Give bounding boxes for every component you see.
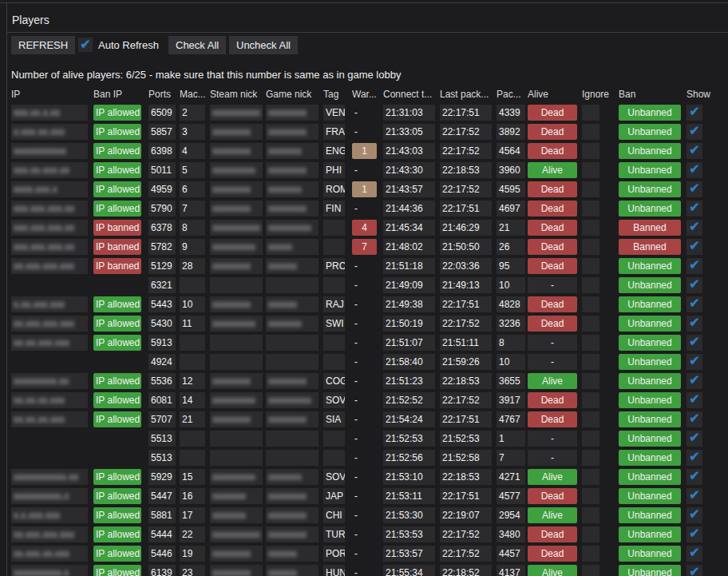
ban-button[interactable]: Unbanned (619, 373, 681, 389)
ignore-checkbox[interactable] (582, 354, 599, 370)
ban-button[interactable]: Unbanned (619, 488, 681, 504)
show-checkbox[interactable]: ✔ (686, 277, 702, 293)
ban-button[interactable]: Unbanned (619, 296, 681, 312)
show-checkbox[interactable]: ✔ (686, 201, 702, 216)
ignore-checkbox[interactable] (582, 565, 599, 576)
show-checkbox[interactable]: ✔ (686, 143, 702, 159)
ban-ip-button[interactable]: IP allowed (93, 335, 141, 351)
ban-button[interactable]: Unbanned (619, 431, 681, 447)
ban-button[interactable]: Unbanned (619, 277, 681, 293)
ignore-checkbox[interactable] (582, 124, 599, 140)
ban-ip-button[interactable]: IP banned (93, 239, 141, 255)
ban-button[interactable]: Unbanned (619, 450, 681, 466)
check-all-button[interactable]: Check All (168, 36, 226, 54)
ban-ip-button[interactable]: IP banned (93, 258, 141, 274)
ignore-checkbox[interactable] (582, 507, 599, 523)
ignore-checkbox[interactable] (582, 105, 599, 121)
ban-ip-button[interactable]: IP allowed (93, 526, 141, 542)
auto-refresh-checkbox[interactable]: ✔ (78, 38, 93, 52)
ban-ip-button[interactable]: IP allowed (93, 316, 141, 332)
ban-button[interactable]: Unbanned (619, 143, 681, 159)
ignore-checkbox[interactable] (582, 450, 599, 466)
ban-ip-button[interactable]: IP allowed (93, 124, 141, 140)
show-checkbox[interactable]: ✔ (686, 526, 702, 542)
ignore-checkbox[interactable] (582, 469, 599, 485)
ban-button[interactable]: Unbanned (619, 469, 681, 485)
ignore-checkbox[interactable] (582, 143, 599, 159)
ban-ip-button[interactable]: IP allowed (93, 546, 141, 562)
ban-button[interactable]: Unbanned (619, 105, 681, 121)
show-checkbox[interactable]: ✔ (686, 162, 702, 178)
ban-button[interactable]: Unbanned (619, 124, 681, 140)
ignore-checkbox[interactable] (582, 220, 599, 236)
ignore-checkbox[interactable] (582, 392, 599, 408)
ignore-checkbox[interactable] (582, 373, 599, 389)
ban-ip-button[interactable]: IP banned (93, 220, 141, 236)
ban-button[interactable]: Unbanned (619, 507, 681, 523)
ban-button[interactable]: Unbanned (619, 392, 681, 408)
ban-ip-button[interactable]: IP allowed (93, 488, 141, 504)
show-checkbox[interactable]: ✔ (686, 181, 702, 197)
ban-ip-button[interactable]: IP allowed (93, 162, 141, 178)
ban-button[interactable]: Unbanned (619, 316, 681, 332)
ignore-checkbox[interactable] (582, 431, 599, 447)
ignore-checkbox[interactable] (582, 162, 599, 178)
show-checkbox[interactable]: ✔ (686, 488, 702, 504)
show-checkbox[interactable]: ✔ (686, 124, 702, 140)
ban-ip-button[interactable]: IP allowed (93, 411, 141, 427)
show-checkbox[interactable]: ✔ (686, 220, 702, 236)
ban-ip-button[interactable]: IP allowed (93, 565, 141, 576)
show-checkbox[interactable]: ✔ (686, 335, 702, 351)
ignore-checkbox[interactable] (582, 335, 599, 351)
show-checkbox[interactable]: ✔ (686, 316, 702, 332)
show-checkbox[interactable]: ✔ (686, 239, 702, 255)
refresh-button[interactable]: REFRESH (11, 36, 75, 54)
ignore-checkbox[interactable] (582, 526, 599, 542)
show-checkbox[interactable]: ✔ (686, 546, 702, 562)
ban-button[interactable]: Unbanned (619, 201, 681, 216)
ban-button[interactable]: Unbanned (619, 335, 681, 351)
ban-ip-button[interactable]: IP allowed (93, 143, 141, 159)
ban-button[interactable]: Unbanned (619, 181, 681, 197)
show-checkbox[interactable]: ✔ (686, 258, 702, 274)
ban-button[interactable]: Unbanned (619, 411, 681, 427)
show-checkbox[interactable]: ✔ (686, 296, 702, 312)
ignore-checkbox[interactable] (582, 277, 599, 293)
show-checkbox[interactable]: ✔ (686, 450, 702, 466)
ignore-checkbox[interactable] (582, 258, 599, 274)
ignore-checkbox[interactable] (582, 201, 599, 216)
show-checkbox[interactable]: ✔ (686, 431, 702, 447)
ban-button[interactable]: Unbanned (619, 526, 681, 542)
ban-ip-button[interactable]: IP allowed (93, 201, 141, 216)
ignore-checkbox[interactable] (582, 411, 599, 427)
ban-ip-button[interactable]: IP allowed (93, 392, 141, 408)
ban-button[interactable]: Unbanned (619, 354, 681, 370)
show-checkbox[interactable]: ✔ (686, 469, 702, 485)
uncheck-all-button[interactable]: Uncheck All (229, 36, 298, 54)
ban-button[interactable]: Banned (619, 239, 681, 255)
show-checkbox[interactable]: ✔ (686, 565, 702, 576)
ban-ip-button[interactable]: IP allowed (93, 181, 141, 197)
ignore-checkbox[interactable] (582, 239, 599, 255)
show-checkbox[interactable]: ✔ (686, 354, 702, 370)
ignore-checkbox[interactable] (582, 296, 599, 312)
ban-ip-button[interactable]: IP allowed (93, 507, 141, 523)
ban-ip-button[interactable]: IP allowed (93, 373, 141, 389)
show-checkbox[interactable]: ✔ (686, 411, 702, 427)
show-checkbox[interactable]: ✔ (686, 507, 702, 523)
show-checkbox[interactable]: ✔ (686, 392, 702, 408)
ignore-checkbox[interactable] (582, 546, 599, 562)
ban-ip-button[interactable]: IP allowed (93, 296, 141, 312)
show-checkbox[interactable]: ✔ (686, 373, 702, 389)
ignore-checkbox[interactable] (582, 316, 599, 332)
ban-ip-button[interactable]: IP allowed (93, 469, 141, 485)
ban-button[interactable]: Unbanned (619, 258, 681, 274)
ban-button[interactable]: Unbanned (619, 546, 681, 562)
ban-button[interactable]: Unbanned (619, 565, 681, 576)
ban-ip-button[interactable]: IP allowed (93, 105, 141, 121)
ban-button[interactable]: Unbanned (619, 162, 681, 178)
ignore-checkbox[interactable] (582, 181, 599, 197)
ban-button[interactable]: Banned (619, 220, 681, 236)
show-checkbox[interactable]: ✔ (686, 105, 702, 121)
ignore-checkbox[interactable] (582, 488, 599, 504)
